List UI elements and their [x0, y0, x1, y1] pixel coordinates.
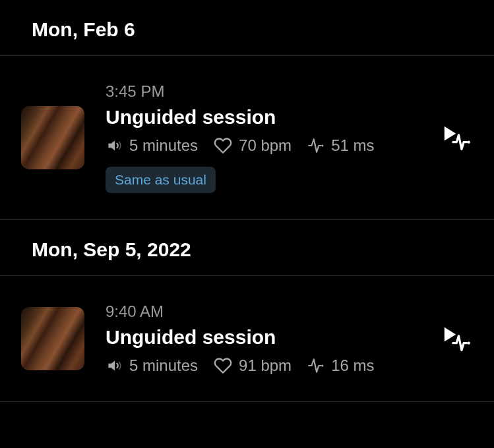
session-time: 9:40 AM [106, 302, 415, 321]
heart-icon [214, 136, 232, 155]
svg-point-5 [321, 364, 323, 366]
session-title: Unguided session [106, 106, 415, 128]
bpm-value: 91 bpm [239, 356, 292, 375]
session-title: Unguided session [106, 326, 415, 349]
speaker-icon [106, 357, 123, 374]
session-thumbnail [21, 307, 84, 370]
svg-marker-2 [445, 126, 456, 141]
session-body: 9:40 AM Unguided session 5 minutes [106, 302, 415, 375]
play-waveform-icon [437, 119, 472, 156]
session-stats: 5 minutes 70 bpm 51 ms [106, 136, 415, 155]
date-header: Mon, Feb 6 [0, 0, 494, 56]
bpm-stat: 91 bpm [214, 356, 292, 375]
duration-value: 5 minutes [129, 356, 198, 375]
svg-point-1 [321, 144, 323, 146]
hrv-value: 51 ms [331, 136, 374, 155]
session-time: 3:45 PM [106, 82, 415, 101]
svg-marker-0 [108, 140, 115, 150]
hrv-value: 16 ms [331, 356, 374, 375]
duration-stat: 5 minutes [106, 356, 198, 375]
session-body: 3:45 PM Unguided session 5 minutes [106, 82, 415, 193]
session-stats: 5 minutes 91 bpm 16 ms [106, 356, 415, 375]
hrv-stat: 16 ms [307, 356, 374, 375]
svg-point-3 [468, 141, 470, 144]
heart-icon [214, 356, 232, 375]
play-waveform-icon [437, 320, 472, 357]
bpm-stat: 70 bpm [214, 136, 292, 155]
duration-stat: 5 minutes [106, 136, 198, 155]
svg-marker-6 [445, 327, 456, 342]
date-header: Mon, Sep 5, 2022 [0, 220, 494, 276]
bpm-value: 70 bpm [239, 136, 292, 155]
waveform-icon [307, 357, 324, 374]
svg-marker-4 [108, 360, 115, 370]
speaker-icon [106, 137, 123, 154]
session-row[interactable]: 3:45 PM Unguided session 5 minutes [0, 56, 494, 220]
play-button[interactable] [436, 320, 473, 357]
hrv-stat: 51 ms [307, 136, 374, 155]
waveform-icon [307, 137, 324, 154]
session-thumbnail [21, 106, 84, 169]
duration-value: 5 minutes [129, 136, 198, 155]
svg-point-7 [468, 342, 470, 345]
session-row[interactable]: 9:40 AM Unguided session 5 minutes [0, 276, 494, 402]
status-tag: Same as usual [106, 167, 216, 193]
play-button[interactable] [436, 119, 473, 156]
